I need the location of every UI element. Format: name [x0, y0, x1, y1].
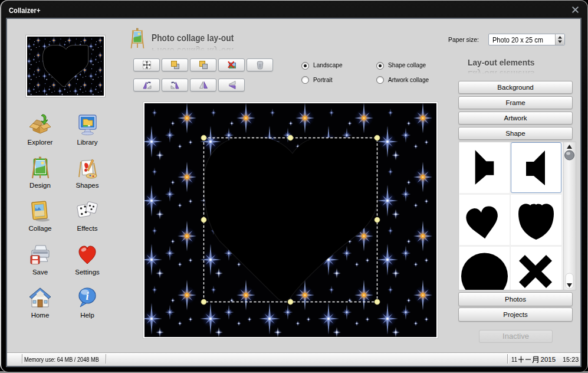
svg-text:i: i	[86, 290, 88, 302]
